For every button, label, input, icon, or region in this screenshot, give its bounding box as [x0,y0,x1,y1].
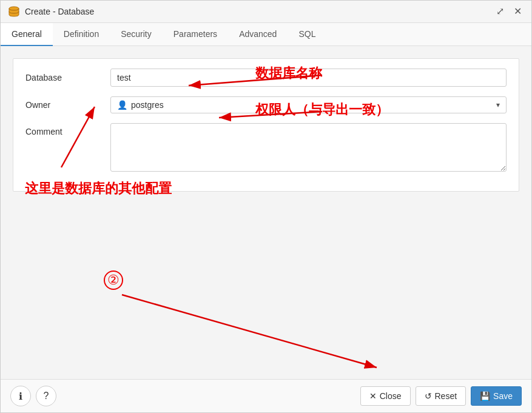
footer-right: ✕ Close ↺ Reset 💾 Save [360,386,522,406]
save-label: Save [493,391,513,401]
tab-advanced[interactable]: Advanced [228,23,288,46]
info-button[interactable]: ℹ [10,386,31,406]
form-area: Database Owner 👤 postgres ▾ Comment [13,58,519,192]
owner-value: postgres [131,100,493,110]
info-icon: ℹ [19,391,22,402]
database-icon [8,5,20,18]
comment-label: Comment [25,123,110,136]
main-content: Database Owner 👤 postgres ▾ Comment 数据库名… [1,46,531,379]
owner-row: Owner 👤 postgres ▾ [25,96,507,113]
close-button[interactable]: ✕ Close [360,386,411,406]
title-bar: Create - Database ⤢ ✕ [1,1,531,23]
tab-bar: General Definition Security Parameters A… [1,23,531,46]
comment-row: Comment [25,123,507,172]
help-icon: ? [44,391,49,401]
save-button[interactable]: 💾 Save [471,386,522,406]
footer: ℹ ? ✕ Close ↺ Reset 💾 Save [1,379,531,412]
database-row: Database [25,69,507,87]
chevron-down-icon: ▾ [496,101,500,109]
close-label: Close [380,391,402,401]
database-input[interactable] [110,69,507,87]
owner-label: Owner [25,100,110,110]
title-bar-left: Create - Database [8,5,94,18]
footer-left: ℹ ? [10,386,56,406]
user-icon: 👤 [117,100,127,110]
create-database-dialog: Create - Database ⤢ ✕ General Definition… [0,0,532,413]
comment-textarea[interactable] [110,123,507,172]
tab-sql[interactable]: SQL [288,23,326,46]
save-icon: 💾 [480,391,490,401]
reset-icon: ↺ [425,391,432,401]
tab-security[interactable]: Security [110,23,163,46]
close-window-button[interactable]: ✕ [511,5,524,18]
tab-parameters[interactable]: Parameters [163,23,228,46]
owner-select[interactable]: 👤 postgres ▾ [110,96,507,113]
tab-definition[interactable]: Definition [53,23,110,46]
maximize-button[interactable]: ⤢ [494,5,507,18]
annotation-circle-2: ② [104,270,123,290]
help-button[interactable]: ? [36,386,56,406]
title-bar-right: ⤢ ✕ [494,5,524,18]
tab-general[interactable]: General [1,23,53,46]
reset-button[interactable]: ↺ Reset [416,386,466,406]
window-title: Create - Database [25,7,94,16]
svg-line-5 [122,295,377,368]
close-icon: ✕ [369,391,377,401]
database-label: Database [25,73,110,82]
reset-label: Reset [435,391,457,401]
